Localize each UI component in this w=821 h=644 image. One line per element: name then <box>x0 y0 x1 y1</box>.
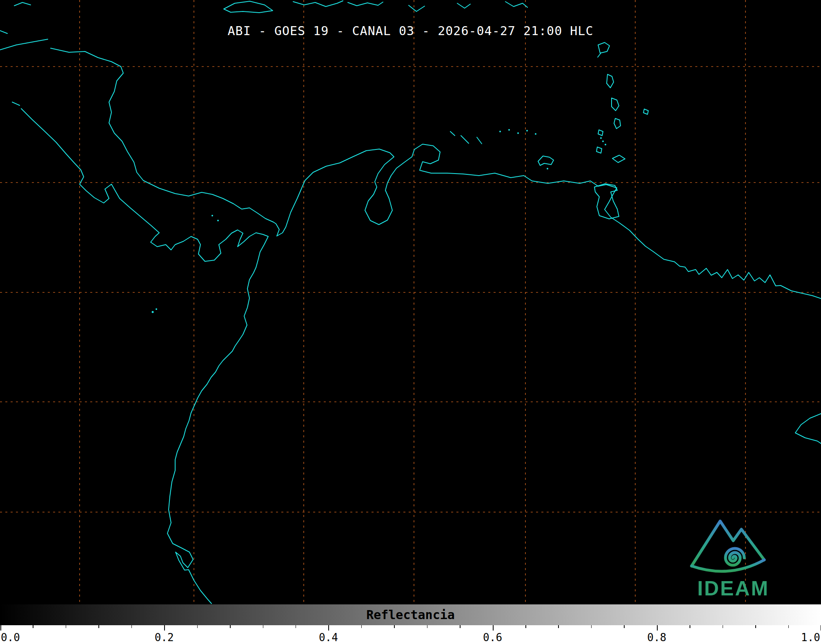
grenadines-islet <box>605 144 606 145</box>
colorbar-minor-tick <box>525 625 526 628</box>
colorbar-minor-tick <box>690 625 690 628</box>
los-roques-islet <box>517 132 519 134</box>
colorbar-tick-label: 0.8 <box>647 631 666 644</box>
coastline-caribbean-south-america <box>51 48 821 299</box>
coastline-honduras-fragment <box>0 39 48 50</box>
colorbar-major-tick <box>0 625 1 631</box>
colorbar-minor-tick <box>33 625 33 628</box>
colorbar-tick-label: 0.0 <box>1 631 20 644</box>
colorbar-label: Reflectancia <box>0 608 821 622</box>
logo-wordmark: IDEAM <box>697 577 769 600</box>
coastline-hispaniola-hook <box>409 5 425 11</box>
ideam-logo: IDEAM <box>683 509 784 604</box>
colorbar-minor-tick <box>230 625 231 628</box>
colorbar-minor-tick <box>427 625 428 628</box>
coastline-aruba <box>450 131 455 136</box>
coche-islet <box>547 168 548 169</box>
grenadines-islet <box>600 137 602 139</box>
colorbar-major-tick <box>328 625 329 631</box>
grenadines-islet <box>602 140 604 142</box>
colorbar-tick-label: 0.4 <box>319 631 338 644</box>
colorbar-major-tick <box>164 625 165 631</box>
colorbar-minor-tick <box>197 625 198 628</box>
coastline-tobago <box>612 155 625 163</box>
coastline-bonaire <box>477 137 482 144</box>
coastline-top-island-fragment <box>505 2 527 7</box>
coastline-margarita <box>538 156 554 165</box>
logo-hurricane-spiral-icon <box>725 548 744 565</box>
colorbar-major-tick <box>657 625 658 631</box>
colorbar-minor-tick <box>263 625 264 628</box>
coastline-martinique <box>612 98 619 111</box>
coastline-hispaniola-fragment <box>293 1 343 7</box>
colorbar-minor-tick <box>788 625 789 628</box>
colorbar-minor-tick <box>558 625 559 628</box>
coastline-right-edge-fragment <box>795 414 821 443</box>
coastline-st-lucia <box>614 118 621 129</box>
satellite-image-viewport: ABI - GOES 19 - CANAL 03 - 2026-04-27 21… <box>0 0 821 644</box>
coastline-guadeloupe <box>598 42 610 57</box>
san-blas-islet <box>211 215 213 216</box>
coastline-curacao <box>461 136 469 143</box>
colorbar-tick-label: 1.0 <box>801 631 820 644</box>
colorbar-minor-tick <box>591 625 592 628</box>
coastline-hispaniola-fragment <box>348 2 383 6</box>
pacific-islet <box>156 308 157 310</box>
colorbar-major-tick <box>493 625 494 631</box>
colorbar-tick-label: 0.6 <box>483 631 502 644</box>
san-blas-islet <box>217 220 219 221</box>
colorbar-minor-tick <box>755 625 756 628</box>
coastline-grenada <box>596 147 602 153</box>
los-roques-islet <box>508 129 510 131</box>
colorbar-minor-tick <box>131 625 132 628</box>
colorbar-minor-tick <box>460 625 461 628</box>
coastline-jamaica <box>224 1 273 13</box>
coastline-barbados <box>643 109 648 114</box>
colorbar-tick-label: 0.2 <box>155 631 174 644</box>
pacific-islet <box>152 311 154 313</box>
colorbar-axis: 0.00.20.40.60.81.0 <box>0 625 821 644</box>
colorbar-minor-tick <box>624 625 625 628</box>
logo-mountain-icon <box>692 521 764 566</box>
colorbar-minor-tick <box>296 625 296 628</box>
los-roques-islet <box>499 131 501 132</box>
coastline-top-left-fragment <box>14 2 31 6</box>
la-orchila-islet <box>535 133 536 135</box>
coastline-st-vincent <box>598 130 603 136</box>
colorbar-minor-tick <box>723 625 723 628</box>
los-roques-islet <box>526 130 528 131</box>
colorbar-minor-tick <box>98 625 99 628</box>
colorbar-minor-tick <box>394 625 395 628</box>
coastline-puerto-rico-fragment <box>457 3 470 8</box>
colorbar-minor-tick <box>361 625 362 628</box>
image-title: ABI - GOES 19 - CANAL 03 - 2026-04-27 21… <box>0 24 821 38</box>
coastline-dominica <box>607 74 614 88</box>
coastline-trinidad <box>594 184 619 219</box>
colorbar: Reflectancia <box>0 604 821 625</box>
colorbar-minor-tick <box>66 625 67 628</box>
